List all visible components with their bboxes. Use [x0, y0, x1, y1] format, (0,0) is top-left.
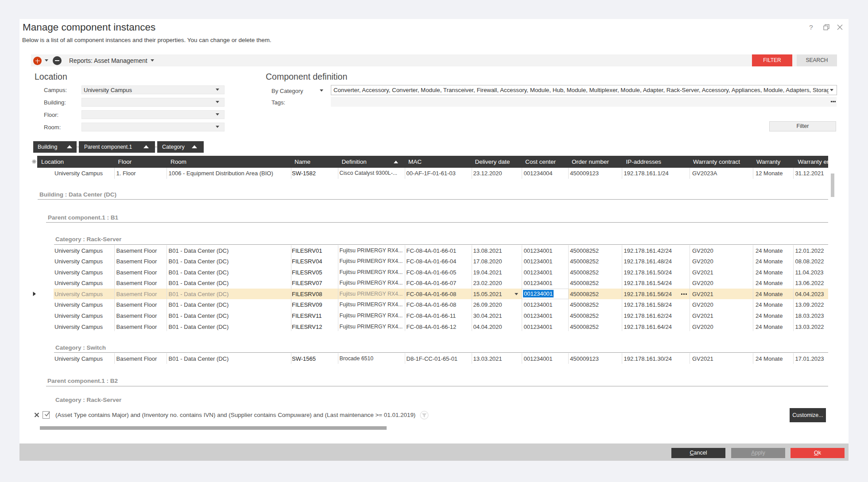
- svg-text:?: ?: [809, 23, 813, 31]
